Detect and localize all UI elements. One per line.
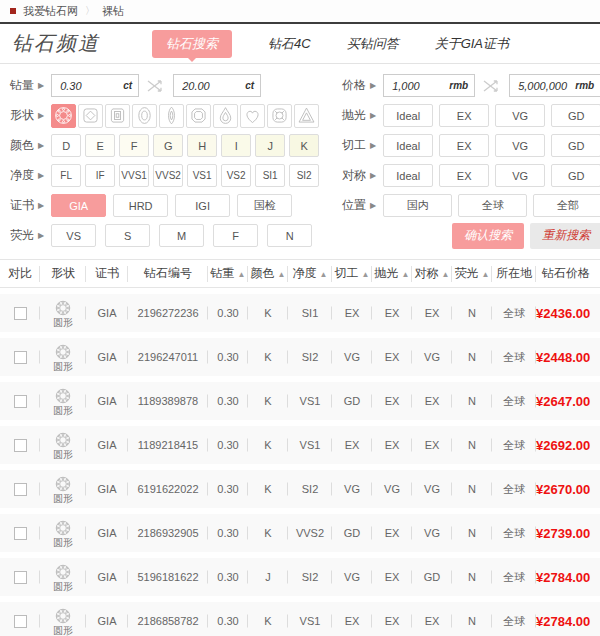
cert-option-HRD[interactable]: HRD <box>113 194 168 217</box>
color-option-F[interactable]: F <box>119 134 149 157</box>
symmetry-option-GD[interactable]: GD <box>551 164 600 187</box>
clarity-option-VVS1[interactable]: VVS1 <box>119 164 149 187</box>
shape-option-trillion[interactable] <box>294 104 319 128</box>
cut-option-GD[interactable]: GD <box>551 134 600 157</box>
price-max-input[interactable] <box>516 79 572 93</box>
filter-row-cert: 证书 ▶ GIAHRDIGI国检 <box>10 193 342 218</box>
fluorescence-option-F[interactable]: F <box>213 224 258 247</box>
table-row: 圆形GIA21962470110.30KSI2VGEXVGN全球¥2448.00 <box>0 338 600 376</box>
arrow-icon: ▶ <box>38 231 44 240</box>
sort-asc-icon[interactable]: ▲ <box>320 270 328 279</box>
fluor-cell: N <box>452 483 492 495</box>
column-header-carat[interactable]: 钻重▲ <box>208 265 248 282</box>
shape-option-pear[interactable] <box>213 104 238 128</box>
header-tab-1[interactable]: 钻石4C <box>268 35 311 53</box>
compare-checkbox[interactable] <box>14 571 27 584</box>
cut-option-Ideal[interactable]: Ideal <box>383 134 433 157</box>
color-option-I[interactable]: I <box>221 134 251 157</box>
sort-asc-icon[interactable]: ▲ <box>442 270 450 279</box>
clarity-option-FL[interactable]: FL <box>51 164 81 187</box>
sort-asc-icon[interactable]: ▲ <box>362 270 370 279</box>
carat-min-input[interactable] <box>58 79 120 93</box>
fluorescence-option-S[interactable]: S <box>105 224 150 247</box>
shape-option-oval[interactable] <box>132 104 157 128</box>
compare-cell <box>0 351 40 364</box>
fluorescence-option-VS[interactable]: VS <box>51 224 96 247</box>
carat-max-input[interactable] <box>180 79 242 93</box>
symmetry-option-VG[interactable]: VG <box>495 164 545 187</box>
column-header-polish[interactable]: 抛光▲ <box>372 265 412 282</box>
column-header-color[interactable]: 颜色▲ <box>248 265 288 282</box>
sort-asc-icon[interactable]: ▲ <box>482 270 490 279</box>
column-header-symmetry[interactable]: 对称▲ <box>412 265 452 282</box>
clarity-option-IF[interactable]: IF <box>85 164 115 187</box>
sort-asc-icon[interactable]: ▲ <box>238 270 246 279</box>
header-tab-0[interactable]: 钻石搜索 <box>152 30 232 58</box>
compare-checkbox[interactable] <box>14 307 27 320</box>
compare-checkbox[interactable] <box>14 351 27 364</box>
polish-option-GD[interactable]: GD <box>551 104 600 127</box>
color-option-G[interactable]: G <box>153 134 183 157</box>
arrow-icon: ▶ <box>370 81 376 90</box>
clarity-cell: VS1 <box>288 439 332 451</box>
price-cell: ¥2448.00 <box>536 350 600 365</box>
color-option-K[interactable]: K <box>289 134 319 157</box>
price-max-inputbox: rmb <box>509 74 600 97</box>
header-tab-3[interactable]: 关于GIA证书 <box>435 35 509 53</box>
reset-search-button[interactable]: 重新搜索 <box>530 223 600 249</box>
shape-option-cushion[interactable] <box>267 104 292 128</box>
confirm-search-button[interactable]: 确认搜索 <box>452 223 524 249</box>
location-option-全球[interactable]: 全球 <box>458 194 527 217</box>
compare-checkbox[interactable] <box>14 483 27 496</box>
shape-option-heart[interactable] <box>240 104 265 128</box>
price-unit: rmb <box>449 80 468 91</box>
compare-cell <box>0 615 40 628</box>
column-header-fluor[interactable]: 荧光▲ <box>452 265 492 282</box>
compare-checkbox[interactable] <box>14 615 27 628</box>
cert-option-IGI[interactable]: IGI <box>175 194 230 217</box>
sort-asc-icon[interactable]: ▲ <box>278 270 286 279</box>
location-option-全部[interactable]: 全部 <box>533 194 600 217</box>
header-tab-2[interactable]: 买钻问答 <box>347 35 399 53</box>
clarity-option-VVS2[interactable]: VVS2 <box>153 164 183 187</box>
compare-checkbox[interactable] <box>14 439 27 452</box>
column-header-clarity[interactable]: 净度▲ <box>288 265 332 282</box>
cut-option-EX[interactable]: EX <box>439 134 489 157</box>
breadcrumb-site-link[interactable]: 我爱钻石网 <box>23 4 78 19</box>
color-option-J[interactable]: J <box>255 134 285 157</box>
polish-option-Ideal[interactable]: Ideal <box>383 104 433 127</box>
fluorescence-option-M[interactable]: M <box>159 224 204 247</box>
price-min-input[interactable] <box>390 79 446 93</box>
clarity-option-VS2[interactable]: VS2 <box>221 164 251 187</box>
polish-option-VG[interactable]: VG <box>495 104 545 127</box>
polish-option-EX[interactable]: EX <box>439 104 489 127</box>
shape-option-round[interactable] <box>51 104 76 128</box>
color-option-E[interactable]: E <box>85 134 115 157</box>
shape-option-emerald[interactable] <box>105 104 130 128</box>
column-header-cut[interactable]: 切工▲ <box>332 265 372 282</box>
fluorescence-label: 荧光 <box>10 227 34 244</box>
fluorescence-option-N[interactable]: N <box>267 224 312 247</box>
compare-checkbox[interactable] <box>14 527 27 540</box>
cert-option-国检[interactable]: 国检 <box>237 194 292 217</box>
color-option-H[interactable]: H <box>187 134 217 157</box>
clarity-option-SI1[interactable]: SI1 <box>255 164 285 187</box>
symmetry-option-EX[interactable]: EX <box>439 164 489 187</box>
location-cell: 全球 <box>492 570 536 585</box>
sort-asc-icon[interactable]: ▲ <box>402 270 410 279</box>
compare-checkbox[interactable] <box>14 395 27 408</box>
cert-option-GIA[interactable]: GIA <box>51 194 106 217</box>
clarity-option-VS1[interactable]: VS1 <box>187 164 217 187</box>
symmetry-option-Ideal[interactable]: Ideal <box>383 164 433 187</box>
clarity-option-SI2[interactable]: SI2 <box>289 164 319 187</box>
cut-option-VG[interactable]: VG <box>495 134 545 157</box>
filter-row-clarity: 净度 ▶ FLIFVVS1VVS2VS1VS2SI1SI2 <box>10 163 342 188</box>
shape-option-princess[interactable] <box>78 104 103 128</box>
color-options: DEFGHIJK <box>51 134 319 157</box>
shape-option-marquise[interactable] <box>159 104 184 128</box>
color-option-D[interactable]: D <box>51 134 81 157</box>
shape-cell: 圆形 <box>40 563 86 592</box>
location-option-国内[interactable]: 国内 <box>383 194 452 217</box>
shape-option-asscher[interactable] <box>186 104 211 128</box>
shape-label: 形状 <box>10 107 34 124</box>
